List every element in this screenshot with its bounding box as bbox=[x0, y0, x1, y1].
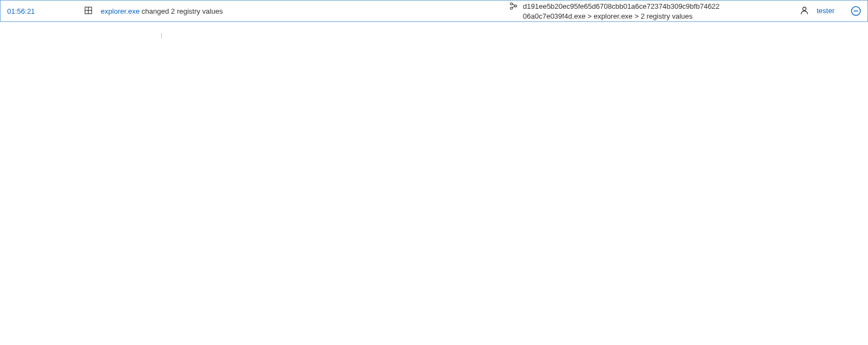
breadcrumb-block: d191ee5b20ec95fe65d6708cbb01a6ce72374b30… bbox=[510, 2, 720, 21]
process-link[interactable]: explorer.exe bbox=[101, 7, 140, 15]
user-icon bbox=[800, 6, 809, 15]
process-tree: cmd.exe cmd.exe ... d191ee5b20ec95fe65d6… bbox=[0, 22, 868, 38]
timestamp: 01:56:21 bbox=[7, 7, 35, 15]
breadcrumb-line1: d191ee5b20ec95fe65d6708cbb01a6ce72374b30… bbox=[523, 2, 720, 12]
event-header-row[interactable]: 01:56:21 explorer.exe changed 2 registry… bbox=[0, 0, 868, 22]
collapse-button[interactable] bbox=[851, 6, 861, 16]
branch-icon bbox=[510, 2, 518, 10]
registry-icon bbox=[84, 7, 93, 15]
summary-text: explorer.exe changed 2 registry values bbox=[101, 7, 223, 15]
user-link[interactable]: tester bbox=[816, 7, 835, 15]
cmd-detail-block: cmd.exe bbox=[161, 33, 199, 38]
user-block: tester bbox=[800, 6, 835, 15]
summary-suffix: changed 2 registry values bbox=[139, 7, 223, 15]
breadcrumb-line2: 06a0c7e039f4d.exe > explorer.exe > 2 reg… bbox=[523, 12, 720, 21]
